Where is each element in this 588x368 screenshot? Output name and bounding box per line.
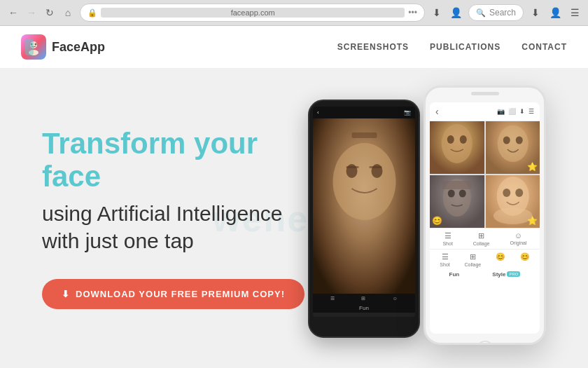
site-nav: FaceApp SCREENSHOTS PUBLICATIONS CONTACT <box>0 26 588 68</box>
tab-collage: ⊞ Collage <box>473 231 490 246</box>
hero-subtitle: using Artificial Intelligence with just … <box>42 200 308 254</box>
svg-point-15 <box>503 136 510 144</box>
hero-section: weneseo Transform your face using Artifi… <box>0 68 588 368</box>
camera-icon: 📷 <box>404 109 411 116</box>
logo-icon <box>21 34 46 60</box>
bottom-icon-1: ☰ <box>330 296 335 301</box>
tab-emoji2: 😊 <box>520 252 530 267</box>
site-logo: FaceApp <box>21 34 105 60</box>
original-icon: ☺ <box>514 231 522 240</box>
download-button[interactable]: ⬇ DOWNLOAD YOUR FREE PREMIUM COPY! <box>42 279 304 309</box>
fun-label: Fun <box>449 271 460 278</box>
emoji2-icon: 😊 <box>520 252 530 261</box>
photo-grid: ⭐ 😊 <box>430 121 540 228</box>
phones-container: ‹ 📷 <box>308 86 546 352</box>
menu-button[interactable]: ☰ <box>567 5 582 20</box>
svg-point-14 <box>497 125 528 162</box>
style-label-container: Style PRO <box>492 271 520 278</box>
hero-content: Transform your face using Artificial Int… <box>42 128 308 308</box>
phone-white-bottombar2: ☰ Shot ⊞ Collage 😊 😊 <box>430 249 540 270</box>
zoom-button[interactable]: 👤 <box>547 5 563 20</box>
pocket-button[interactable]: ⬇ <box>429 5 444 20</box>
style-label: Style <box>492 271 505 278</box>
shot-label: Shot <box>442 241 452 246</box>
reload-button[interactable]: ↻ <box>42 5 57 20</box>
emoji-badge-2: ⭐ <box>527 162 538 172</box>
back-arrow-icon: ‹ <box>317 109 319 116</box>
phone-white: ‹ 📷 ⬜ ⬇ ☰ <box>424 86 546 345</box>
nav-screenshots[interactable]: SCREENSHOTS <box>337 42 409 52</box>
phone-black-topbar: ‹ 📷 <box>313 107 415 118</box>
share-icon: ⬜ <box>508 108 516 115</box>
nav-contact[interactable]: CONTACT <box>522 42 567 52</box>
svg-point-16 <box>515 136 522 144</box>
browser-toolbar: ← → ↻ ⌂ 🔒 faceapp.com ••• ⬇ 👤 🔍 Search ⬇… <box>0 0 588 25</box>
bottom-icon-2: ⊞ <box>361 296 365 301</box>
browser-chrome: ← → ↻ ⌂ 🔒 faceapp.com ••• ⬇ 👤 🔍 Search ⬇… <box>0 0 588 26</box>
download-icon: ⬇ <box>62 289 70 299</box>
phone-white-bottombar1: ☰ Shot ⊞ Collage ☺ Original <box>430 228 540 249</box>
emoji-badge-3: 😊 <box>432 216 442 226</box>
more-icon: ••• <box>408 8 417 18</box>
hero-subtitle-line1: using Artificial Intelligence <box>42 202 283 225</box>
shot-label-2: Shot <box>440 262 449 267</box>
forward-button[interactable]: → <box>24 5 39 20</box>
home-button[interactable]: ⌂ <box>60 5 76 20</box>
home-button <box>475 341 495 345</box>
phone-speaker <box>471 92 499 95</box>
photo-cell-3: 😊 <box>430 175 484 228</box>
collage-label: Collage <box>473 241 490 246</box>
tab-shot-2: ☰ Shot <box>440 252 449 267</box>
shot-icon: ☰ <box>444 231 451 240</box>
fun-label-black: Fun <box>313 304 415 313</box>
pro-badge: PRO <box>507 271 520 277</box>
download-button[interactable]: ⬇ <box>528 5 543 20</box>
download-icon: ⬇ <box>519 108 525 115</box>
phone-black: ‹ 📷 <box>308 100 420 338</box>
svg-rect-20 <box>442 181 472 189</box>
photo-cell-4: ⭐ <box>486 175 540 228</box>
phone-black-image <box>313 118 415 294</box>
bottom-icon-3: ☺ <box>393 296 398 301</box>
address-bar[interactable]: 🔒 faceapp.com ••• <box>80 4 425 22</box>
search-icon: 🔍 <box>476 8 486 18</box>
svg-rect-8 <box>352 132 377 138</box>
phone-black-bottombar: ☰ ⊞ ☺ <box>313 294 415 304</box>
back-chevron-icon: ‹ <box>435 106 439 117</box>
fun-style-bar: Fun Style PRO <box>430 270 540 279</box>
svg-point-18 <box>448 189 455 197</box>
more-icon: ☰ <box>528 108 534 115</box>
tab-emoji: 😊 <box>496 252 505 267</box>
search-box[interactable]: 🔍 Search <box>468 4 524 21</box>
emoji-icon: 😊 <box>496 252 505 261</box>
svg-point-12 <box>447 135 454 144</box>
svg-point-23 <box>515 189 523 197</box>
download-label: DOWNLOAD YOUR FREE PREMIUM COPY! <box>76 289 285 299</box>
nav-buttons: ← → ↻ ⌂ <box>6 5 76 20</box>
hero-title: Transform your face <box>42 128 308 192</box>
svg-point-3 <box>35 43 37 46</box>
back-button[interactable]: ← <box>6 5 21 20</box>
svg-point-22 <box>503 189 510 197</box>
browser-actions: ⬇ 👤 🔍 Search ⬇ 👤 ☰ <box>429 4 582 21</box>
nav-links: SCREENSHOTS PUBLICATIONS CONTACT <box>337 42 567 52</box>
photo-cell-1 <box>430 121 484 174</box>
profile-button[interactable]: 👤 <box>449 5 464 20</box>
tab-shot: ☰ Shot <box>442 231 452 246</box>
search-placeholder: Search <box>489 8 516 18</box>
tab-collage-2: ⊞ Collage <box>464 252 481 267</box>
original-label: Original <box>510 240 526 245</box>
phone-white-inner: ‹ 📷 ⬜ ⬇ ☰ <box>430 102 540 334</box>
svg-rect-4 <box>25 39 34 55</box>
white-top-icons: 📷 ⬜ ⬇ ☰ <box>497 108 534 115</box>
svg-point-5 <box>333 143 396 220</box>
nav-publications[interactable]: PUBLICATIONS <box>430 42 500 52</box>
lock-icon: 🔒 <box>88 8 97 18</box>
website: FaceApp SCREENSHOTS PUBLICATIONS CONTACT… <box>0 26 588 368</box>
svg-rect-9 <box>346 166 359 168</box>
svg-point-13 <box>460 135 467 144</box>
shot-icon-2: ☰ <box>442 252 449 261</box>
svg-rect-10 <box>370 166 382 168</box>
photo-cell-2: ⭐ <box>486 121 540 174</box>
logo-text: FaceApp <box>52 40 105 55</box>
